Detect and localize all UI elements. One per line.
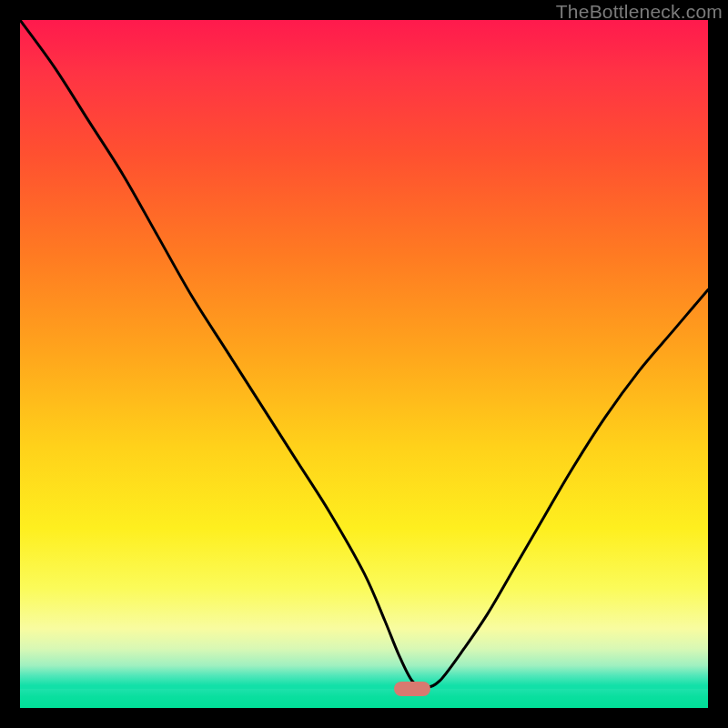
chart-frame: TheBottleneck.com [0,0,728,728]
plot-area [20,20,708,708]
watermark-text: TheBottleneck.com [556,1,723,23]
bottleneck-curve [20,20,708,708]
optimal-point-marker [394,682,430,696]
